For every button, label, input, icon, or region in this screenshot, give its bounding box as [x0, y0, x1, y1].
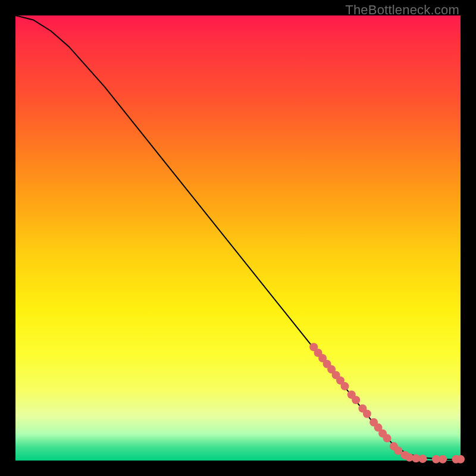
- marker-point: [418, 455, 427, 463]
- marker-group: [309, 343, 465, 464]
- marker-point: [383, 434, 392, 443]
- marker-point: [352, 396, 360, 404]
- marker-point: [439, 455, 447, 464]
- marker-point: [363, 410, 371, 418]
- chart-svg: [15, 15, 461, 461]
- bottleneck-curve: [15, 15, 461, 460]
- marker-point: [456, 455, 465, 464]
- marker-point: [341, 382, 349, 390]
